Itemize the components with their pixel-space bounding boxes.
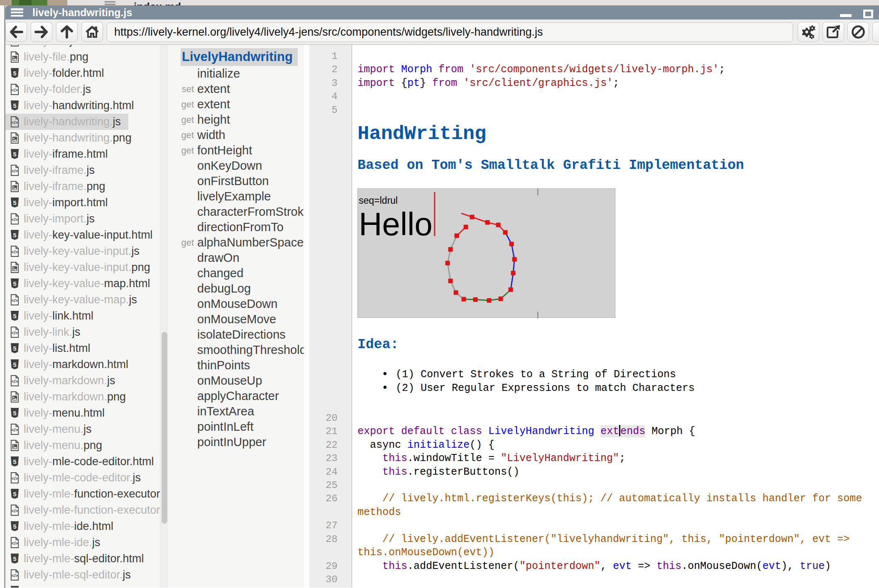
file-row[interactable]: lively-key-value-input.png (5, 259, 168, 276)
method-item[interactable]: pointInLeft (168, 419, 309, 434)
method-item[interactable]: getalphaNumberSpaceRa (168, 235, 309, 250)
block-button[interactable] (847, 22, 869, 42)
file-row[interactable]: </>lively-mle-code-editor.js (5, 470, 168, 486)
file-row[interactable]: 5lively-folder.html (5, 65, 168, 81)
minimize-button[interactable] (840, 14, 852, 17)
open-external-button[interactable] (823, 22, 844, 42)
method-item[interactable]: applyCharacter (168, 388, 309, 404)
background-thumbnail-image (12, 0, 47, 5)
editor-caret (619, 425, 620, 436)
file-row[interactable]: 5lively-import.html (5, 195, 168, 211)
method-item[interactable]: inTextArea (168, 404, 309, 419)
code-line: this.windowTitle = "LivelyHandwriting"; (352, 452, 625, 465)
method-item[interactable]: onKeyDown (168, 158, 309, 173)
method-item[interactable]: getextent (168, 97, 309, 112)
file-row[interactable]: 5lively-menu.html (5, 405, 168, 421)
file-row[interactable]: 5lively-key-value-input.html (5, 227, 168, 243)
window-menu-icon[interactable] (11, 8, 23, 17)
method-item[interactable]: directionFromTo (168, 220, 309, 235)
method-item[interactable]: smoothingThresholdSqua (168, 342, 309, 358)
file-row[interactable]: </>lively-link.js (5, 324, 168, 340)
method-item[interactable]: thinPoints (168, 358, 309, 373)
file-row[interactable]: </>lively-key-value-map.js (5, 292, 168, 308)
maximize-button[interactable] (863, 10, 873, 18)
file-row[interactable]: 5lively-link.html (5, 308, 168, 324)
html-file-icon: 5 (10, 100, 20, 112)
file-row[interactable]: 5lively-mle-sql-editor.html (5, 551, 168, 567)
method-item[interactable]: getfontHeight (168, 143, 309, 158)
up-button[interactable] (56, 22, 78, 42)
file-row[interactable]: 5lively-iframe.html (5, 146, 168, 162)
file-row[interactable]: </>lively-mle-ide.js (5, 534, 168, 551)
file-row[interactable]: </>lively-mle-function-executor.js (5, 502, 168, 518)
clipped-toolbar-button[interactable] (872, 22, 879, 42)
settings-button[interactable] (798, 22, 819, 42)
method-item[interactable]: getheight (168, 112, 309, 127)
file-row[interactable]: 5lively-mle-function-executor.html (5, 486, 168, 502)
code-line-row: methods (309, 506, 879, 519)
svg-text:5: 5 (13, 491, 16, 498)
file-row[interactable]: 5lively-mle-code-editor.html (5, 454, 168, 470)
code-line: this.extent = lively.pt(400,200) (352, 586, 582, 588)
svg-text:5: 5 (13, 459, 16, 465)
file-row[interactable]: 5 (5, 583, 168, 588)
code-editor[interactable]: 1 2import Morph from 'src/components/wid… (309, 45, 879, 588)
method-name: onMouseMove (197, 312, 276, 326)
file-row[interactable]: lively-menu.png (5, 437, 168, 454)
file-row[interactable]: 5lively-mle-ide.html (5, 518, 168, 534)
method-item[interactable]: livelyExample (168, 189, 309, 204)
method-item[interactable]: pointInUpper (168, 434, 309, 450)
code-line-row: 26 // lively.html.registerKeys(this); //… (309, 492, 879, 505)
file-row[interactable]: lively-iframe.png (5, 178, 168, 195)
home-button[interactable] (81, 22, 103, 42)
file-row[interactable]: </>lively-file.js (5, 45, 168, 49)
file-name: lively-menu.png (24, 439, 102, 452)
file-name: lively-folder.html (24, 67, 104, 80)
method-item[interactable]: debugLog (168, 281, 309, 296)
method-item[interactable]: changed (168, 266, 309, 281)
code-line: import Morph from 'src/components/widget… (352, 63, 725, 76)
method-item[interactable]: drawOn (168, 250, 309, 266)
html-file-icon: 5 (10, 148, 20, 160)
class-header-livelyhandwriting[interactable]: LivelyHandwriting (181, 48, 298, 66)
svg-text:5: 5 (13, 200, 16, 206)
file-row[interactable]: </>lively-folder.js (5, 81, 168, 98)
file-row[interactable]: 5lively-handwriting.html (5, 98, 168, 114)
file-list-scrollbar-thumb[interactable] (162, 332, 167, 524)
file-row[interactable]: lively-markdown.png (5, 389, 168, 405)
file-row[interactable]: 5lively-markdown.html (5, 356, 168, 373)
method-item[interactable]: isolateDirections (168, 327, 309, 342)
back-button[interactable] (5, 22, 27, 42)
method-item[interactable]: onMouseDown (168, 296, 309, 312)
image-file-icon (10, 261, 20, 273)
svg-text:5: 5 (13, 281, 16, 287)
svg-text:</>: </> (12, 476, 18, 481)
method-item[interactable]: initialize (168, 66, 309, 81)
url-input[interactable] (107, 22, 793, 42)
file-row[interactable]: </>lively-import.js (5, 211, 168, 227)
file-name: lively-key-value-map.js (24, 293, 137, 306)
file-row[interactable]: </>lively-key-value-input.js (5, 243, 168, 259)
title-bar[interactable]: lively-handwriting.js (5, 5, 879, 20)
file-row[interactable]: lively-file.png (5, 49, 168, 65)
method-item[interactable]: onMouseUp (168, 373, 309, 388)
file-row[interactable]: </>lively-menu.js (5, 421, 168, 437)
method-item[interactable]: getwidth (168, 127, 309, 143)
file-row[interactable]: </>lively-handwriting.js (5, 114, 128, 130)
file-row[interactable]: lively-handwriting.png (5, 130, 168, 146)
file-row[interactable]: 5lively-list.html (5, 340, 168, 356)
method-item[interactable]: setextent (168, 81, 309, 97)
file-row[interactable]: </>lively-mle-sql-editor.js (5, 567, 168, 583)
line-number (309, 506, 352, 519)
markdown-bullet-item: (2) User Regular Expressions to match Ch… (357, 381, 744, 395)
forward-button[interactable] (31, 22, 52, 42)
window-title: lively-handwriting.js (32, 7, 840, 19)
file-row[interactable]: </>lively-iframe.js (5, 162, 168, 178)
file-list-scrollbar[interactable] (160, 45, 168, 588)
file-name: lively-iframe.js (24, 164, 95, 177)
method-item[interactable]: characterFromStrokes (168, 204, 309, 220)
file-row[interactable]: </>lively-markdown.js (5, 373, 168, 389)
method-item[interactable]: onMouseMove (168, 312, 309, 327)
file-row[interactable]: 5lively-key-value-map.html (5, 276, 168, 292)
method-item[interactable]: onFirstButton (168, 173, 309, 189)
